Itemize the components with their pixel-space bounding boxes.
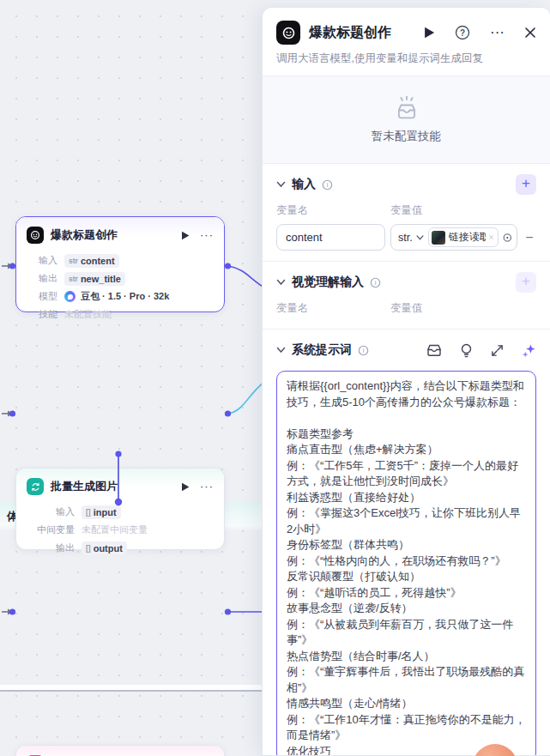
svg-text:?: ? <box>460 28 465 38</box>
vision-input-section: 视觉理解输入 i + 变量名 变量值 <box>263 261 550 329</box>
variable-name-input[interactable]: content <box>276 224 385 251</box>
section-title: 视觉理解输入 <box>292 275 364 290</box>
run-icon[interactable] <box>424 27 435 39</box>
reference-avatar <box>432 231 445 245</box>
remove-reference-icon[interactable] <box>489 233 493 241</box>
wire-llm-to-panel <box>228 266 264 287</box>
col-label-name: 变量名 <box>276 203 390 218</box>
system-prompt-textarea[interactable]: 请根据{{orl_content}}内容，结合以下标题类型和技巧，生成5-10个… <box>276 371 536 756</box>
info-icon: i <box>322 179 333 191</box>
close-icon[interactable] <box>524 27 536 39</box>
bot-icon <box>276 21 300 45</box>
reference-picker-icon[interactable] <box>503 231 512 245</box>
svg-text:i: i <box>375 279 377 287</box>
expand-icon[interactable] <box>491 344 504 357</box>
chevron-down-icon[interactable] <box>276 347 286 354</box>
panel-title: 爆款标题创作 <box>309 24 415 42</box>
input-section: 输入 i + 变量名 变量值 content str. 链接读 <box>263 164 550 261</box>
skill-empty-label: 暂未配置技能 <box>372 129 441 144</box>
more-icon[interactable]: ··· <box>490 27 505 38</box>
info-icon: i <box>370 277 381 288</box>
col-label-value: 变量值 <box>390 203 423 218</box>
panel-subtitle: 调用大语言模型,使用变量和提示词生成回复 <box>276 51 536 66</box>
remove-row-button[interactable]: − <box>523 230 536 245</box>
skill-empty-state: 暂未配置技能 <box>263 76 550 164</box>
input-variable-row: content str. 链接读取 · c··· − <box>276 224 536 251</box>
svg-text:i: i <box>363 347 365 354</box>
workflow-editor-screen: 体 i 爆款标题创作 ··· 输入 strcontent 输出 strnew_t… <box>0 0 550 756</box>
add-vision-input-button[interactable]: + <box>516 272 536 293</box>
prompt-text: 请根据{{orl_content}}内容，结合以下标题类型和技巧，生成5-10个… <box>287 378 526 756</box>
help-icon[interactable]: ? <box>455 25 470 40</box>
section-title: 系统提示词 <box>292 342 352 358</box>
port-dot <box>9 263 231 614</box>
edge-arrow-icon <box>2 263 13 615</box>
system-prompt-section: 系统提示词 i 请根据{{orl_content}}内容，结合以下标题类型和技巧… <box>263 329 550 756</box>
prompt-library-icon[interactable] <box>426 343 442 357</box>
variable-value-group: str. 链接读取 · c··· <box>390 224 517 251</box>
col-label-value: 变量值 <box>390 301 423 316</box>
add-input-button[interactable]: + <box>516 174 536 195</box>
section-title: 输入 <box>292 177 316 192</box>
chevron-down-icon[interactable] <box>276 279 286 286</box>
lightbulb-icon[interactable] <box>460 343 473 358</box>
chevron-down-icon[interactable] <box>276 181 286 188</box>
info-icon: i <box>358 345 369 356</box>
wire-batch-out <box>228 382 264 414</box>
node-config-panel: 爆款标题创作 ? ··· 调用大语言模型,使用变量和提示词生成回复 暂未配置技能 <box>262 7 550 756</box>
ai-optimize-icon[interactable] <box>522 343 536 358</box>
col-label-name: 变量名 <box>276 301 390 316</box>
chevron-down-icon <box>416 235 424 240</box>
type-select[interactable]: str. <box>398 232 424 244</box>
reference-tag[interactable]: 链接读取 · c··· <box>428 227 499 247</box>
svg-text:i: i <box>327 181 329 189</box>
empty-tray-icon <box>391 95 422 122</box>
